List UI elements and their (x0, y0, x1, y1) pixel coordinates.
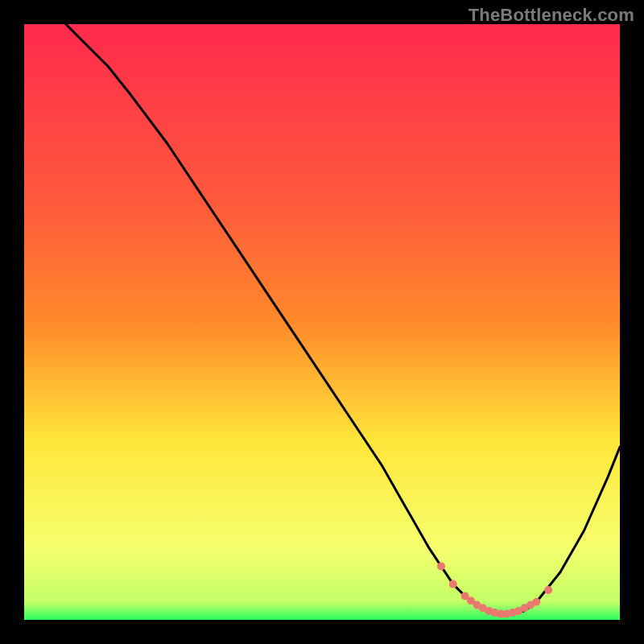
chart-container: TheBottleneck.com (0, 0, 644, 644)
marker-point (532, 598, 540, 606)
chart-svg (24, 24, 620, 620)
watermark: TheBottleneck.com (469, 5, 634, 26)
gradient-background (24, 24, 620, 620)
marker-point (449, 580, 457, 588)
marker-point (544, 586, 552, 594)
marker-point (437, 562, 445, 570)
plot-area (24, 24, 620, 620)
